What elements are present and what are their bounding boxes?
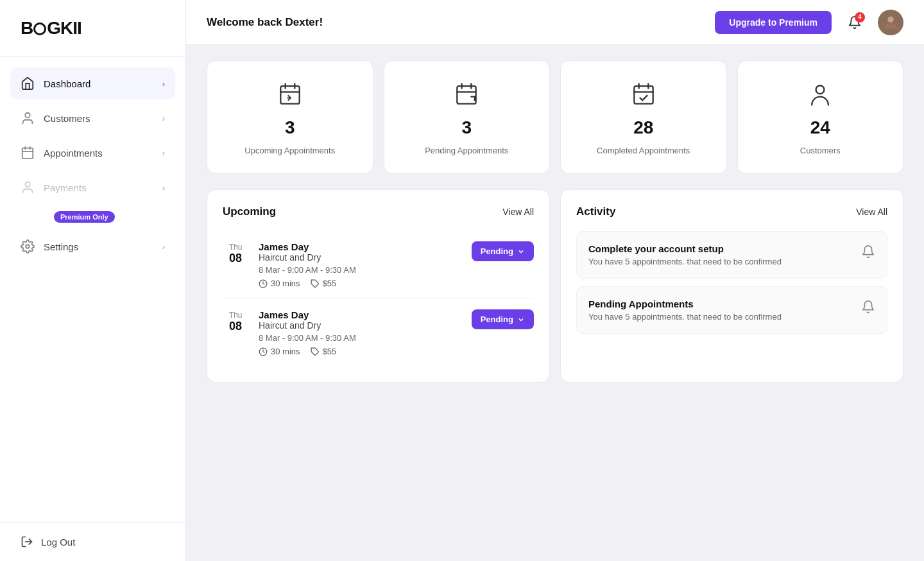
clock-icon	[259, 279, 268, 288]
svg-rect-9	[280, 86, 299, 104]
appointment-date: Thu 08	[223, 309, 248, 333]
price-tag-icon	[311, 347, 320, 356]
pending-status-button[interactable]: Pending	[472, 241, 534, 261]
appointment-info: James Day Haircut and Dry 8 Mar - 9:00 A…	[259, 309, 461, 356]
appointment-day-name: Thu	[229, 243, 243, 252]
stat-card-upcoming: 3 Upcoming Appointments	[207, 60, 373, 174]
activity-item-desc: You have 5 appointments. that need to be…	[588, 257, 782, 266]
upcoming-card-header: Upcoming View All	[223, 205, 534, 218]
svg-point-8	[887, 16, 893, 22]
logout-icon	[21, 535, 33, 548]
chevron-right-icon: ›	[162, 242, 165, 252]
header: Welcome back Dexter! Upgrade to Premium …	[186, 0, 924, 45]
header-actions: Upgrade to Premium 4	[715, 10, 903, 35]
chevron-right-icon: ›	[162, 114, 165, 123]
appointment-duration: 30 mins	[259, 347, 300, 356]
appointment-info: James Day Haircut and Dry 8 Mar - 9:00 A…	[259, 241, 461, 288]
sidebar-nav: Dashboard › Customers › Appointments ›	[0, 57, 185, 522]
settings-icon	[21, 239, 35, 254]
svg-rect-19	[634, 86, 653, 104]
completed-appointments-label: Completed Appointments	[597, 146, 690, 155]
clock-icon	[259, 347, 268, 356]
upcoming-view-all[interactable]: View All	[502, 207, 534, 217]
customers-count: 24	[810, 117, 830, 138]
appointment-service: Haircut and Dry	[259, 320, 461, 331]
sidebar-item-customers-label: Customers	[44, 113, 153, 124]
customers-label: Customers	[800, 146, 841, 155]
appointment-meta: 30 mins $55	[259, 347, 461, 356]
logo-area: BGKII	[0, 0, 185, 57]
customers-icon	[21, 111, 35, 125]
completed-appointments-icon	[628, 79, 659, 110]
appointment-service: Haircut and Dry	[259, 252, 461, 263]
appointment-time: 8 Mar - 9:00 AM - 9:30 AM	[259, 265, 461, 275]
activity-text: Complete your account setup You have 5 a…	[588, 243, 782, 266]
sidebar-item-customers[interactable]: Customers ›	[10, 102, 175, 134]
appointment-day-name: Thu	[229, 311, 243, 320]
bell-alert-icon	[861, 245, 875, 259]
avatar-icon	[882, 13, 900, 31]
notification-count: 4	[855, 12, 865, 22]
home-icon	[21, 76, 35, 91]
chevron-down-icon	[517, 248, 525, 255]
sidebar-footer: Log Out	[0, 522, 185, 561]
logo: BGKII	[21, 18, 81, 38]
bottom-grid: Upcoming View All Thu 08 James Day Hairc…	[207, 189, 903, 383]
logout-label: Log Out	[41, 537, 75, 548]
upcoming-appointments-icon	[275, 79, 305, 110]
activity-card: Activity View All Complete your account …	[560, 189, 903, 383]
svg-rect-1	[22, 148, 33, 159]
chevron-down-icon	[517, 316, 525, 324]
appointment-date: Thu 08	[223, 241, 248, 265]
payments-icon	[21, 180, 35, 194]
svg-rect-13	[458, 86, 476, 104]
appointment-duration: 30 mins	[259, 279, 300, 288]
premium-badge: Premium Only	[54, 211, 115, 223]
upgrade-button[interactable]: Upgrade to Premium	[715, 11, 832, 34]
activity-view-all[interactable]: View All	[856, 207, 887, 217]
activity-item-desc: You have 5 appointments. that need to be…	[588, 312, 782, 322]
completed-appointments-count: 28	[633, 117, 653, 138]
stat-card-customers: 24 Customers	[737, 60, 904, 174]
svg-point-0	[25, 113, 30, 117]
stat-card-completed: 28 Completed Appointments	[560, 60, 727, 174]
activity-card-title: Activity	[576, 205, 615, 218]
pending-appointments-label: Pending Appointments	[425, 146, 508, 155]
appointment-item: Thu 08 James Day Haircut and Dry 8 Mar -…	[223, 231, 534, 299]
svg-point-6	[26, 245, 30, 248]
sidebar-item-appointments-label: Appointments	[44, 148, 153, 159]
main-content: Welcome back Dexter! Upgrade to Premium …	[186, 0, 924, 561]
sidebar-item-dashboard-label: Dashboard	[44, 78, 153, 89]
activity-card-header: Activity View All	[576, 205, 887, 218]
upcoming-appointments-label: Upcoming Appointments	[244, 146, 335, 155]
sidebar-item-dashboard[interactable]: Dashboard ›	[10, 67, 175, 99]
appointment-item: Thu 08 James Day Haircut and Dry 8 Mar -…	[223, 299, 534, 367]
appointment-price: $55	[311, 347, 337, 356]
activity-item-title: Complete your account setup	[588, 243, 782, 254]
svg-point-5	[25, 182, 30, 187]
appointment-customer-name: James Day	[259, 309, 461, 320]
chevron-right-icon: ›	[162, 79, 165, 89]
activity-item-title: Pending Appointments	[588, 298, 782, 309]
user-avatar[interactable]	[878, 10, 903, 35]
activity-item: Pending Appointments You have 5 appointm…	[576, 286, 887, 334]
sidebar-item-payments-label: Payments	[44, 182, 153, 193]
chevron-right-icon: ›	[162, 183, 165, 193]
appointment-meta: 30 mins $55	[259, 279, 461, 288]
sidebar-item-payments: Payments ›	[10, 171, 175, 203]
pending-status-button[interactable]: Pending	[472, 309, 534, 329]
pending-appointments-icon	[451, 79, 482, 110]
appointment-customer-name: James Day	[259, 241, 461, 252]
sidebar-item-appointments[interactable]: Appointments ›	[10, 137, 175, 169]
svg-point-23	[816, 85, 825, 94]
price-tag-icon	[311, 279, 320, 288]
notifications-button[interactable]: 4	[842, 10, 868, 35]
sidebar-item-settings[interactable]: Settings ›	[10, 230, 175, 263]
logout-button[interactable]: Log Out	[21, 535, 165, 548]
upcoming-appointments-count: 3	[285, 117, 295, 138]
pending-appointments-count: 3	[461, 117, 472, 138]
page-content: 3 Upcoming Appointments 3 Pending Appoin…	[186, 45, 924, 398]
appointment-day-number: 08	[229, 320, 242, 333]
stats-grid: 3 Upcoming Appointments 3 Pending Appoin…	[207, 60, 903, 174]
activity-text: Pending Appointments You have 5 appointm…	[588, 298, 782, 322]
